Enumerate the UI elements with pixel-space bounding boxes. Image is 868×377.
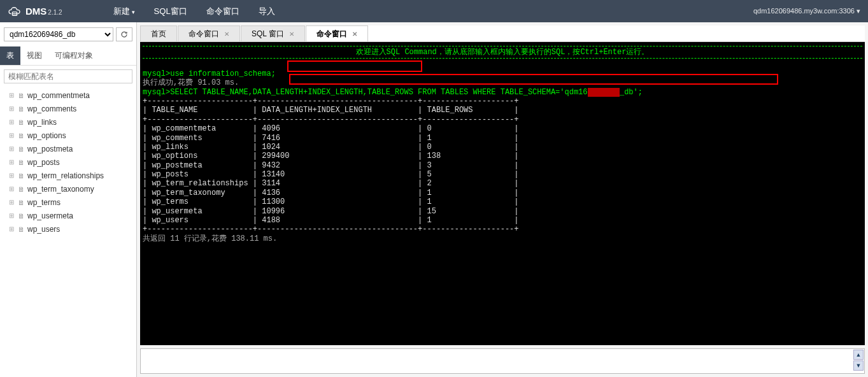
scroll-up-button[interactable]: ▲ [853,350,864,360]
tab-label: SQL 窗口 [252,29,284,39]
table-item[interactable]: ⊞🗎wp_comments [0,102,136,115]
refresh-button[interactable] [116,27,132,41]
table-icon: 🗎 [18,199,25,206]
table-name: wp_usermeta [27,211,73,220]
expand-icon[interactable]: ⊞ [9,92,15,99]
expand-icon[interactable]: ⊞ [9,118,15,125]
close-icon[interactable]: ✕ [289,31,294,38]
table-item[interactable]: ⊞🗎wp_terms [0,196,136,209]
table-tree: ⊞🗎wp_commentmeta⊞🗎wp_comments⊞🗎wp_links⊞… [0,87,136,237]
expand-icon[interactable]: ⊞ [9,145,15,152]
logo: DMS2.1.2 [8,6,62,17]
table-icon: 🗎 [18,132,25,139]
tab-label: 首页 [151,29,166,39]
logo-text: DMS [25,6,46,17]
expand-icon[interactable]: ⊞ [9,172,15,179]
editor-tab[interactable]: SQL 窗口✕ [241,25,305,41]
menu-import[interactable]: 导入 [259,6,275,17]
expand-icon[interactable]: ⊞ [9,225,15,232]
menu-cmd-window[interactable]: 命令窗口 [206,6,239,17]
editor-tabs: 首页命令窗口✕SQL 窗口✕命令窗口✕ [140,25,865,42]
table-icon: 🗎 [18,118,25,126]
table-icon: 🗎 [18,185,25,193]
scroll-down-button[interactable]: ▼ [853,360,864,371]
table-item[interactable]: ⊞🗎wp_commentmeta [0,89,136,102]
expand-icon[interactable]: ⊞ [9,159,15,166]
close-icon[interactable]: ✕ [224,31,229,38]
tab-label: 命令窗口 [189,29,219,39]
refresh-icon [120,31,128,38]
close-icon[interactable]: ✕ [352,31,357,38]
table-item[interactable]: ⊞🗎wp_posts [0,155,136,169]
editor-tab[interactable]: 命令窗口✕ [306,25,368,41]
editor-tab[interactable]: 首页 [140,25,177,41]
chevron-down-icon: ▾ [132,9,135,15]
table-name: wp_comments [27,104,76,113]
table-icon: 🗎 [18,172,25,180]
table-icon: 🗎 [18,92,25,99]
expand-icon[interactable]: ⊞ [9,199,15,206]
table-icon: 🗎 [18,225,25,233]
sql-input[interactable] [141,349,851,373]
chevron-down-icon: ▾ [857,7,860,15]
sidebar-tabs: 表 视图 可编程对象 [0,46,136,66]
tab-label: 命令窗口 [317,29,347,39]
table-icon: 🗎 [18,212,25,220]
menu-new[interactable]: 新建▾ [113,6,135,17]
table-item[interactable]: ⊞🗎wp_postmeta [0,142,136,155]
editor-tab[interactable]: 命令窗口✕ [178,25,240,41]
tab-views[interactable]: 视图 [20,46,48,65]
table-item[interactable]: ⊞🗎wp_usermeta [0,209,136,222]
table-name: wp_posts [27,158,60,167]
header: DMS2.1.2 新建▾ SQL窗口 命令窗口 导入 qdm162069486.… [0,0,868,22]
table-name: wp_term_taxonomy [27,185,94,194]
table-icon: 🗎 [18,145,25,153]
version: 2.1.2 [48,9,62,16]
tab-programmable[interactable]: 可编程对象 [48,46,99,65]
expand-icon[interactable]: ⊞ [9,105,15,112]
table-name: wp_options [27,131,66,140]
console-output[interactable]: 欢迎进入SQL Command，请从底部输入框内输入要执行的SQL，按Ctrl+… [140,42,865,345]
expand-icon[interactable]: ⊞ [9,185,15,192]
table-item[interactable]: ⊞🗎wp_options [0,129,136,142]
table-item[interactable]: ⊞🗎wp_links [0,115,136,129]
tab-tables[interactable]: 表 [0,46,20,65]
expand-icon[interactable]: ⊞ [9,132,15,139]
menu-sql-window[interactable]: SQL窗口 [154,6,187,17]
table-name: wp_users [27,225,60,234]
cloud-db-icon [8,6,22,17]
table-item[interactable]: ⊞🗎wp_users [0,222,136,236]
table-icon: 🗎 [18,159,25,166]
search-input[interactable] [4,69,132,83]
table-name: wp_terms [27,198,60,207]
table-name: wp_postmeta [27,145,73,153]
connection-label[interactable]: qdm162069486.my3w.com:3306 ▾ [753,7,860,15]
table-name: wp_term_relationships [27,171,104,180]
database-select[interactable]: qdm162069486_db [4,27,113,41]
table-name: wp_links [27,118,57,127]
table-item[interactable]: ⊞🗎wp_term_taxonomy [0,182,136,196]
sidebar: qdm162069486_db 表 视图 可编程对象 ⊞🗎wp_commentm… [0,22,137,377]
table-icon: 🗎 [18,105,25,113]
table-item[interactable]: ⊞🗎wp_term_relationships [0,169,136,182]
expand-icon[interactable]: ⊞ [9,212,15,219]
table-name: wp_commentmeta [27,91,90,100]
main-menu: 新建▾ SQL窗口 命令窗口 导入 [113,6,275,17]
sql-input-area: ▲ ▼ [140,348,865,374]
